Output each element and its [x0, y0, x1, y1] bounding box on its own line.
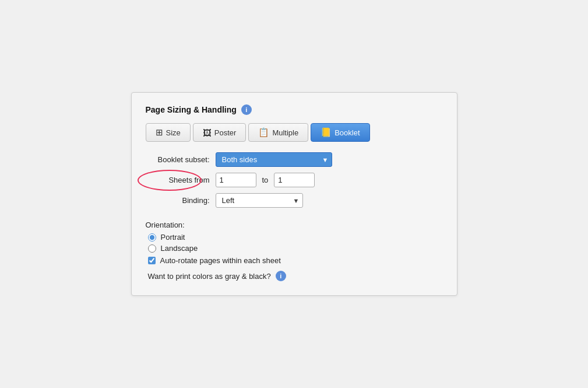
size-tab-icon: ⊞: [156, 127, 163, 138]
tab-size-label: Size: [166, 128, 181, 137]
orientation-section: Orientation: Portrait Landscape: [146, 221, 443, 253]
orientation-label: Orientation:: [146, 221, 443, 229]
tab-booklet-label: Booklet: [335, 128, 360, 137]
booklet-subset-select[interactable]: Both sides Front side only Back side onl…: [216, 152, 332, 167]
landscape-label[interactable]: Landscape: [161, 244, 198, 253]
print-colors-label: Want to print colors as gray & black?: [148, 272, 271, 281]
portrait-row: Portrait: [148, 233, 443, 242]
sheets-to-input[interactable]: [274, 173, 315, 187]
portrait-label[interactable]: Portrait: [161, 233, 185, 242]
sheets-from-input[interactable]: [216, 173, 256, 187]
binding-row: Binding: Left Right ▼: [146, 193, 443, 208]
tab-multiple-label: Multiple: [272, 128, 298, 137]
binding-label: Binding:: [146, 196, 210, 205]
landscape-radio[interactable]: [148, 244, 156, 253]
page-sizing-panel: Page Sizing & Handling i ⊞ Size 🖼 Poster…: [131, 92, 457, 296]
tab-poster[interactable]: 🖼 Poster: [193, 123, 247, 142]
panel-title: Page Sizing & Handling: [146, 105, 237, 114]
tab-size[interactable]: ⊞ Size: [146, 123, 191, 142]
multiple-tab-icon: 📋: [258, 127, 269, 138]
auto-rotate-checkbox[interactable]: [148, 257, 156, 264]
sheets-from-row: Sheets from to: [146, 173, 443, 187]
auto-rotate-row: Auto-rotate pages within each sheet: [148, 256, 443, 265]
tab-bar: ⊞ Size 🖼 Poster 📋 Multiple 📒 Booklet: [146, 123, 443, 142]
booklet-tab-icon: 📒: [321, 127, 332, 138]
binding-select-wrapper: Left Right ▼: [216, 193, 303, 208]
print-colors-row: Want to print colors as gray & black? i: [148, 271, 443, 281]
booklet-subset-label: Booklet subset:: [146, 155, 210, 164]
print-colors-info-icon[interactable]: i: [276, 271, 286, 281]
tab-booklet[interactable]: 📒 Booklet: [311, 123, 369, 142]
binding-select[interactable]: Left Right: [216, 193, 303, 208]
to-label: to: [262, 176, 269, 184]
sheets-from-label: Sheets from: [146, 176, 210, 184]
panel-info-icon[interactable]: i: [241, 104, 252, 115]
portrait-radio[interactable]: [148, 233, 156, 242]
panel-title-row: Page Sizing & Handling i: [146, 104, 443, 115]
landscape-row: Landscape: [148, 244, 443, 253]
tab-multiple[interactable]: 📋 Multiple: [248, 123, 308, 142]
booklet-subset-row: Booklet subset: Both sides Front side on…: [146, 152, 443, 167]
poster-tab-icon: 🖼: [203, 128, 212, 138]
form-section: Booklet subset: Both sides Front side on…: [146, 152, 443, 208]
auto-rotate-label[interactable]: Auto-rotate pages within each sheet: [160, 256, 281, 265]
booklet-subset-select-wrapper: Both sides Front side only Back side onl…: [216, 152, 332, 167]
tab-poster-label: Poster: [214, 128, 237, 137]
